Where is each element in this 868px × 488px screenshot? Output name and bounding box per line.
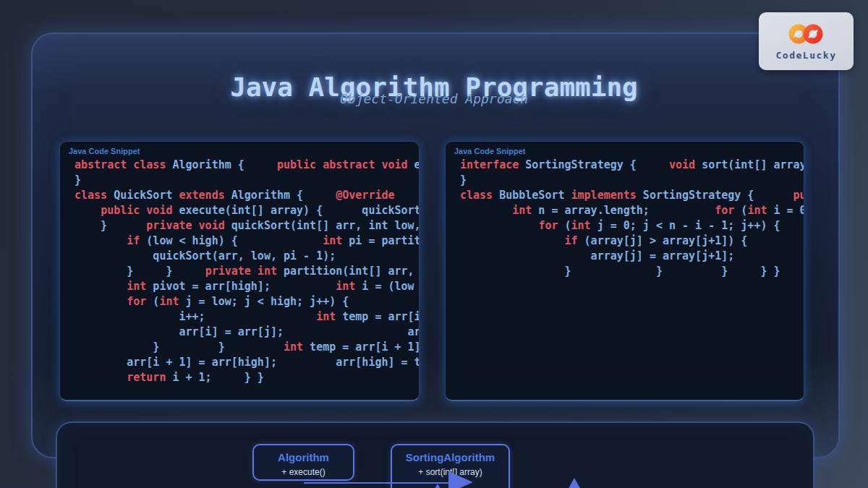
- code-panel-label: Java Code Snippet: [446, 142, 804, 155]
- uml-diagram-panel: Algorithm + execute() SortingAlgorithm +…: [56, 421, 814, 488]
- codelucky-logo-card: CodeLucky: [759, 12, 854, 70]
- code-panel-label: Java Code Snippet: [60, 142, 419, 155]
- code-panel-quicksort: Java Code Snippet abstract class Algorit…: [59, 141, 420, 401]
- infinity-leaves-icon: [783, 22, 830, 48]
- uml-box-title: SortingAlgorithm: [392, 451, 509, 463]
- code-block-quicksort: abstract class Algorithm { public abstra…: [60, 158, 419, 385]
- arrow-up-icon: [432, 484, 443, 488]
- uml-box-algorithm: Algorithm + execute(): [252, 444, 354, 481]
- page-subtitle: Object-Oriented Approach: [0, 91, 868, 106]
- arrow-up-icon: [568, 478, 581, 488]
- codelucky-logo-text: CodeLucky: [776, 50, 837, 61]
- uml-box-title: Algorithm: [254, 451, 353, 463]
- uml-connector-line: [304, 482, 450, 484]
- arrow-right-icon: [448, 471, 473, 488]
- code-block-bubblesort: interface SortingStrategy { void sort(in…: [446, 158, 804, 279]
- uml-box-method: + execute(): [254, 467, 353, 477]
- code-panel-bubblesort: Java Code Snippet interface SortingStrat…: [445, 141, 804, 401]
